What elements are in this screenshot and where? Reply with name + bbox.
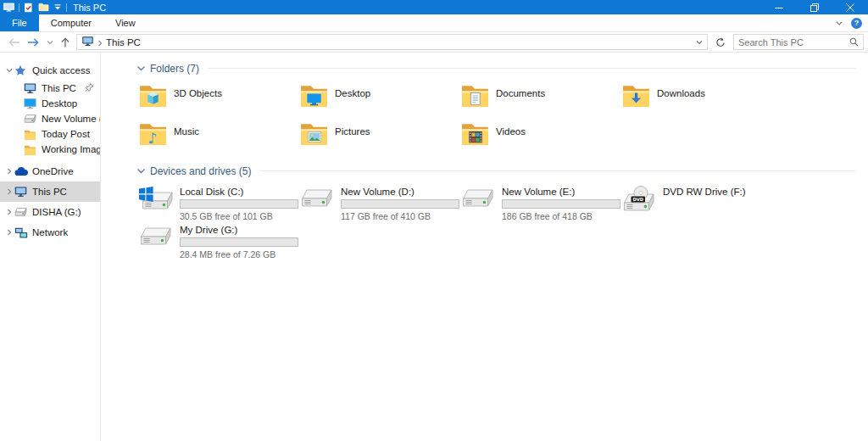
drive-tile-new-volume-d[interactable]: New Volume (D:)117 GB free of 410 GB	[298, 184, 459, 221]
group-collapse-chevron-icon[interactable]	[136, 65, 146, 72]
sidebar-item-disha-g[interactable]: DISHA (G:)	[0, 202, 100, 222]
search-box[interactable]	[733, 34, 864, 50]
expander-chevron-right-icon[interactable]	[3, 187, 14, 196]
drive-info: My Drive (G:)28.4 MB free of 7.26 GB	[180, 225, 298, 260]
sidebar-item-label: Working Images	[42, 144, 100, 154]
sidebar-item-network[interactable]: Network	[0, 222, 100, 243]
drive-large-icon	[138, 224, 174, 251]
address-dropdown-icon[interactable]	[691, 35, 707, 49]
folder-documents-icon	[460, 83, 490, 109]
qat-separator	[19, 3, 19, 12]
drive-tile-my-drive-g[interactable]: My Drive (G:)28.4 MB free of 7.26 GB	[136, 222, 298, 260]
sidebar-item-this-pc[interactable]: This PC	[0, 81, 100, 96]
folder-downloads-icon	[621, 83, 651, 109]
folder-name: Music	[174, 126, 199, 137]
drive-tile-local-disk-c[interactable]: Local Disk (C:)30.5 GB free of 101 GB	[136, 184, 298, 221]
up-button[interactable]	[57, 32, 74, 52]
navigation-pane: Quick accessThis PCDesktopNew Volume (D:…	[0, 53, 101, 441]
qat-dropdown-icon[interactable]	[54, 4, 61, 10]
folder-name: Desktop	[335, 88, 370, 98]
forward-button[interactable]	[24, 32, 43, 52]
quick-access-toolbar	[24, 3, 61, 13]
file-explorer-window: This PC File Computer View ?	[0, 0, 868, 441]
folder-desktop-icon	[299, 83, 329, 109]
navigation-bar: This PC	[0, 32, 868, 53]
drive-name: DVD RW Drive (F:)	[663, 187, 746, 197]
this-pc-app-icon	[3, 3, 14, 13]
network-icon	[14, 227, 30, 238]
expander-chevron-right-icon[interactable]	[3, 208, 14, 216]
drive-name: Local Disk (C:)	[180, 187, 298, 197]
pin-icon	[85, 83, 94, 94]
folder-tile-documents[interactable]: Documents	[459, 81, 620, 119]
folder-tile-pictures[interactable]: Pictures	[298, 120, 459, 157]
group-collapse-chevron-icon[interactable]	[136, 168, 146, 175]
drive-info: New Volume (E:)186 GB free of 418 GB	[502, 187, 620, 221]
collapse-ribbon-chevron-icon[interactable]	[835, 15, 843, 31]
sidebar-item-today-post[interactable]: Today Post	[0, 126, 100, 142]
drive-tile-new-volume-e[interactable]: New Volume (E:)186 GB free of 418 GB	[459, 184, 620, 221]
free-space-text: 30.5 GB free of 101 GB	[180, 211, 298, 221]
sidebar-item-new-volume-d[interactable]: New Volume (D:)	[0, 111, 100, 126]
sidebar-item-label: This PC	[42, 83, 76, 93]
folder-pictures-icon	[299, 121, 329, 148]
free-space-text: 186 GB free of 418 GB	[502, 211, 620, 221]
qat-separator	[66, 3, 67, 12]
svg-text:♪: ♪	[147, 130, 157, 147]
tab-computer[interactable]: Computer	[39, 14, 103, 31]
tab-view[interactable]: View	[103, 14, 147, 31]
drive-large-icon	[460, 186, 496, 213]
sidebar-item-label: Network	[32, 227, 68, 237]
monitor-icon	[24, 82, 39, 94]
folder-tile-videos[interactable]: Videos	[459, 120, 620, 157]
tab-file[interactable]: File	[0, 14, 39, 31]
maximize-restore-button[interactable]	[797, 0, 832, 14]
breadcrumb-chevron-icon[interactable]	[97, 35, 103, 50]
minimize-button[interactable]	[761, 0, 797, 14]
sidebar-item-label: Desktop	[42, 98, 77, 109]
desktop-icon	[24, 98, 39, 109]
search-input[interactable]	[738, 37, 849, 47]
sidebar-item-quick-access[interactable]: Quick access	[0, 60, 100, 81]
refresh-icon[interactable]	[712, 34, 729, 50]
sidebar-item-label: OneDrive	[32, 166, 74, 176]
drive-tile-dvd-rw-drive-f[interactable]: DVDDVD RW Drive (F:)	[620, 184, 781, 221]
folder-tile-music[interactable]: ♪Music	[136, 120, 298, 157]
sidebar-item-label: Quick access	[32, 65, 90, 75]
star-icon	[14, 64, 30, 76]
folder-tile-downloads[interactable]: Downloads	[620, 81, 781, 119]
free-space-text: 117 GB free of 410 GB	[341, 211, 459, 221]
drive-large-icon	[299, 186, 335, 213]
file-list-pane: Folders (7)3D ObjectsDesktopDocumentsDow…	[101, 53, 868, 441]
window-controls	[761, 0, 868, 14]
drive-name: My Drive (G:)	[180, 225, 298, 235]
expander-chevron-right-icon[interactable]	[3, 228, 14, 237]
recent-locations-dropdown-icon[interactable]	[43, 32, 57, 52]
monitor-icon	[14, 186, 30, 198]
sidebar-item-label: New Volume (D:)	[42, 114, 100, 124]
sidebar-item-desktop[interactable]: Desktop	[0, 96, 100, 111]
search-icon[interactable]	[849, 35, 859, 50]
new-folder-icon[interactable]	[38, 3, 49, 12]
group-label: Devices and drives (5)	[150, 165, 251, 177]
tile-grid-drives: Local Disk (C:)30.5 GB free of 101 GBNew…	[136, 184, 861, 260]
expander-chevron-down-icon[interactable]	[3, 66, 14, 75]
close-button[interactable]	[832, 0, 868, 14]
folder-tile-3d-objects[interactable]: 3D Objects	[136, 81, 298, 119]
cloud-icon	[14, 167, 30, 176]
folder-tile-desktop[interactable]: Desktop	[298, 81, 459, 119]
sidebar-item-working-images[interactable]: Working Images	[0, 142, 100, 157]
group-divider	[208, 68, 856, 69]
properties-icon[interactable]	[24, 3, 33, 13]
expander-chevron-right-icon[interactable]	[3, 167, 14, 176]
capacity-bar	[341, 199, 459, 209]
sidebar-item-this-pc[interactable]: This PC	[0, 181, 100, 202]
group-header-devices-and-drives-5: Devices and drives (5)	[136, 165, 861, 177]
back-button[interactable]	[4, 32, 24, 52]
folder-icon	[24, 129, 39, 140]
breadcrumb[interactable]: This PC	[106, 37, 141, 47]
help-icon[interactable]: ?	[851, 18, 862, 29]
folder-icon	[24, 144, 39, 155]
address-bar[interactable]: This PC	[76, 34, 708, 50]
sidebar-item-onedrive[interactable]: OneDrive	[0, 161, 100, 181]
